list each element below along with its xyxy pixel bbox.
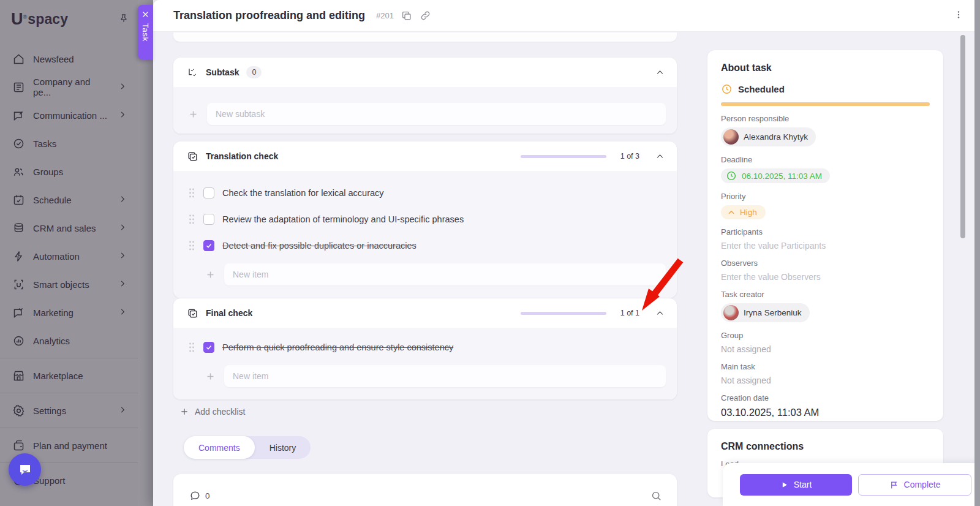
task-panel: Task Translation proofreading and editin… [153,0,980,506]
field-label: Observers [721,259,930,268]
field-label: Participants [721,227,930,236]
collapse-chevron-icon[interactable] [655,68,665,77]
window-scrollbar[interactable] [974,0,980,506]
checklist-progress-bar [521,155,606,158]
link-icon[interactable] [420,10,431,21]
start-button[interactable]: Start [740,474,852,496]
task-actions-footer: Start Complete [723,463,980,506]
checklist-final-check: Final check 1 of 1 Perform a quick proof… [173,298,677,399]
subtask-body [173,87,677,134]
drag-handle-icon[interactable] [188,240,195,251]
search-icon[interactable] [650,490,662,502]
creation-date-value: 03.10.2025, 11:03 AM [721,407,930,418]
about-task-card: About task Scheduled Person responsible … [707,50,943,421]
new-item-row [173,259,677,294]
checkbox-unchecked[interactable] [203,187,214,198]
checklist-item: Check the translation for lexical accura… [173,179,677,206]
checklist-progress-label: 1 of 1 [620,309,639,317]
new-item-row [173,360,677,396]
person-responsible-chip[interactable]: Alexandra Khytyk [721,127,816,146]
new-subtask-row [173,98,677,134]
tab-comments[interactable]: Comments [184,436,255,459]
plus-icon [179,407,189,417]
crm-connections-title: CRM connections [721,441,930,452]
main-task-value[interactable]: Not assigned [721,376,930,385]
deadline-chip[interactable]: 06.10.2025, 11:03 AM [721,168,830,183]
drag-handle-icon[interactable] [188,342,195,353]
flag-icon [889,480,899,489]
group-value[interactable]: Not assigned [721,344,930,354]
task-title: Translation proofreading and editing [173,9,365,22]
support-chat-button[interactable] [9,453,41,486]
new-item-input[interactable] [224,263,666,285]
task-tab[interactable]: Task [138,5,153,59]
subtask-count-badge: 0 [246,66,262,78]
checklist-header[interactable]: Translation check 1 of 3 [173,142,677,171]
drag-handle-icon[interactable] [188,187,195,198]
complete-button[interactable]: Complete [858,474,971,496]
checklist-body: Perform a quick proofreading and ensure … [173,328,677,399]
field-label: Priority [721,192,930,201]
collapse-chevron-icon[interactable] [655,152,665,161]
chevron-up-icon [727,208,736,217]
subtask-header[interactable]: Subtask 0 [173,58,677,87]
main-column: Subtask 0 [173,32,677,506]
comments-toolbar: 0 [173,474,677,502]
checklist-icon [187,308,198,319]
participants-placeholder[interactable]: Enter the value Participants [721,241,930,251]
field-label: Group [721,331,930,340]
checklist-icon [187,151,198,162]
priority-value: High [740,208,757,217]
checklist-title: Translation check [206,151,278,161]
observers-placeholder[interactable]: Enter the value Observers [721,272,930,282]
checklist-item: Detect and fix possible duplicates or in… [173,232,677,259]
deadline-value: 06.10.2025, 11:03 AM [742,172,822,181]
checklist-body: Check the translation for lexical accura… [173,171,677,298]
field-label: Creation date [721,393,930,402]
more-options-icon[interactable] [953,9,964,23]
background-region: U ® spacy Newsfeed Company and pe... [0,0,153,506]
panel-scrollbar-thumb[interactable] [960,35,965,238]
drag-handle-icon[interactable] [188,214,195,225]
checklist-item: Review the adaptation of terminology and… [173,206,677,232]
person-responsible-name: Alexandra Khytyk [744,132,808,142]
checkbox-unchecked[interactable] [203,214,214,225]
new-item-input[interactable] [224,365,666,387]
copy-icon[interactable] [401,10,412,21]
checklist-progress-bar [521,312,606,315]
checklist-item-text[interactable]: Check the translation for lexical accura… [222,188,384,198]
plus-icon[interactable] [188,109,198,119]
checklist-translation-check: Translation check 1 of 3 Check the trans… [173,142,677,298]
checklist-item-text[interactable]: Review the adaptation of terminology and… [222,214,464,224]
plus-icon[interactable] [205,270,216,280]
status-label: Scheduled [738,84,785,94]
task-number: #201 [376,11,394,20]
plus-icon[interactable] [205,371,216,382]
start-button-label: Start [794,480,812,489]
checkbox-checked[interactable] [203,240,214,251]
subtask-icon [187,67,198,78]
checklist-header[interactable]: Final check 1 of 1 [173,298,677,328]
task-status[interactable]: Scheduled [721,83,930,95]
new-subtask-input[interactable] [207,103,666,125]
close-icon[interactable] [141,10,149,18]
field-label: Task creator [721,290,930,299]
task-tab-label: Task [141,23,150,42]
checklist-item-text[interactable]: Perform a quick proofreading and ensure … [222,342,453,352]
checklist-item-text[interactable]: Detect and fix possible duplicates or in… [222,241,417,251]
checkbox-checked[interactable] [203,342,214,353]
app-window: U ® spacy Newsfeed Company and pe... [0,0,980,506]
add-checklist-button[interactable]: Add checklist [179,407,245,417]
priority-chip[interactable]: High [721,205,766,219]
status-progress-bar [721,102,930,106]
complete-button-label: Complete [904,480,941,489]
task-creator-chip[interactable]: Iryna Serbeniuk [721,303,810,322]
subtask-section: Subtask 0 [173,58,677,134]
checklist-title: Final check [206,308,252,318]
tab-history[interactable]: History [255,436,311,459]
checklist-progress-label: 1 of 3 [620,152,639,160]
field-label: Deadline [721,155,930,164]
collapse-chevron-icon[interactable] [655,309,665,318]
avatar [723,129,739,145]
modal-dim-overlay[interactable] [0,0,153,506]
